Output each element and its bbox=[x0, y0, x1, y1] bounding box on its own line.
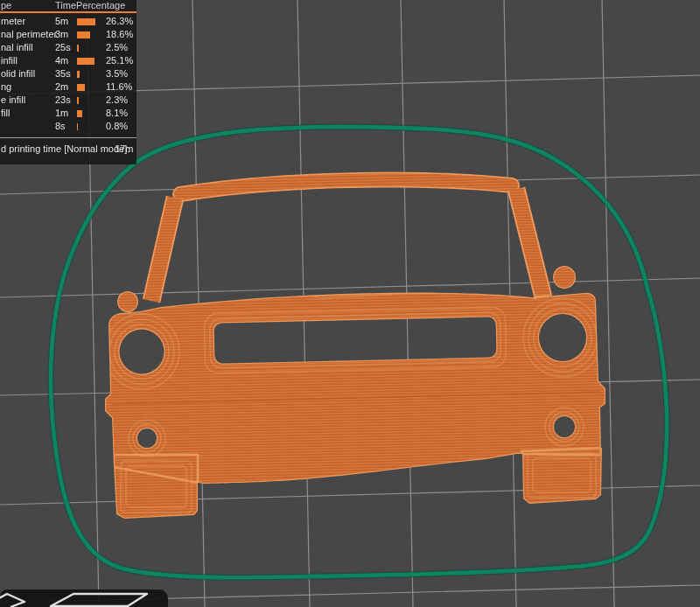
bottom-toolbar-fragment[interactable] bbox=[0, 590, 168, 607]
feature-percentage-bar bbox=[77, 110, 82, 117]
feature-type-row: e infill23s2.3% bbox=[0, 94, 136, 107]
legend-rows: meter5m26.3%nal perimeter3m18.6%nal infi… bbox=[0, 15, 136, 133]
feature-label: e infill bbox=[1, 94, 25, 107]
feature-type-row: fill1m8.1% bbox=[0, 107, 136, 120]
feature-label: fill bbox=[1, 107, 10, 120]
estimated-time-label: d printing time [Normal mode]: bbox=[1, 143, 130, 156]
feature-label: ng bbox=[1, 80, 11, 94]
feature-time: 8s bbox=[55, 120, 66, 133]
feature-percentage: 11.6% bbox=[106, 80, 132, 94]
feature-label: nal perimeter bbox=[1, 28, 57, 41]
gcode-preview-viewport[interactable]: pe Time Percentage meter5m26.3%nal perim… bbox=[0, 0, 700, 607]
feature-type-row: nal infill25s2.5% bbox=[0, 41, 136, 54]
legend-panel: pe Time Percentage meter5m26.3%nal perim… bbox=[0, 0, 136, 164]
feature-label: nal infill bbox=[1, 41, 33, 54]
legend-header: pe Time Percentage bbox=[0, 0, 136, 13]
legend-header-feature-type: pe bbox=[1, 0, 11, 11]
feature-percentage: 25.1% bbox=[106, 54, 133, 67]
feature-time: 3m bbox=[55, 28, 68, 41]
estimated-time-row: d printing time [Normal mode]: 17m bbox=[0, 143, 136, 156]
feature-percentage-bar bbox=[77, 45, 79, 52]
feature-percentage-bar bbox=[77, 58, 94, 65]
estimated-time-value: 17m bbox=[115, 143, 133, 156]
feature-time: 5m bbox=[55, 15, 68, 28]
feature-type-row: meter5m26.3% bbox=[0, 15, 136, 28]
feature-type-row: nal perimeter3m18.6% bbox=[0, 28, 136, 41]
feature-type-row: olid infill35s3.5% bbox=[0, 67, 136, 80]
printed-model-car bbox=[79, 157, 630, 534]
feature-label: olid infill bbox=[1, 67, 35, 80]
feature-percentage-bar bbox=[77, 71, 80, 78]
legend-header-time: Time bbox=[55, 0, 76, 11]
legend-header-percentage: Percentage bbox=[76, 0, 125, 11]
feature-percentage-bar bbox=[77, 31, 90, 38]
feature-percentage: 3.5% bbox=[106, 67, 128, 80]
feature-percentage: 8.1% bbox=[106, 107, 128, 120]
feature-percentage: 2.3% bbox=[106, 94, 128, 107]
feature-percentage-bar bbox=[77, 18, 95, 25]
feature-percentage: 26.3% bbox=[106, 15, 133, 28]
legend-separator bbox=[0, 137, 136, 138]
feature-time: 23s bbox=[55, 94, 71, 107]
feature-time: 1m bbox=[55, 107, 68, 120]
feature-time: 2m bbox=[55, 80, 68, 94]
feature-type-row: infill4m25.1% bbox=[0, 54, 136, 67]
feature-label: infill bbox=[1, 54, 18, 67]
feature-percentage-bar bbox=[77, 123, 78, 130]
feature-percentage: 18.6% bbox=[106, 28, 133, 41]
feature-percentage: 0.8% bbox=[106, 120, 128, 133]
feature-time: 25s bbox=[55, 41, 71, 54]
feature-type-row: 8s0.8% bbox=[0, 120, 136, 133]
feature-percentage-bar bbox=[77, 84, 85, 91]
feature-label: meter bbox=[1, 15, 25, 28]
feature-time: 35s bbox=[55, 67, 71, 80]
bed-icon bbox=[0, 590, 168, 607]
feature-time: 4m bbox=[55, 54, 68, 67]
feature-percentage: 2.5% bbox=[106, 41, 128, 54]
feature-type-row: ng2m11.6% bbox=[0, 80, 136, 94]
feature-percentage-bar bbox=[77, 97, 79, 104]
